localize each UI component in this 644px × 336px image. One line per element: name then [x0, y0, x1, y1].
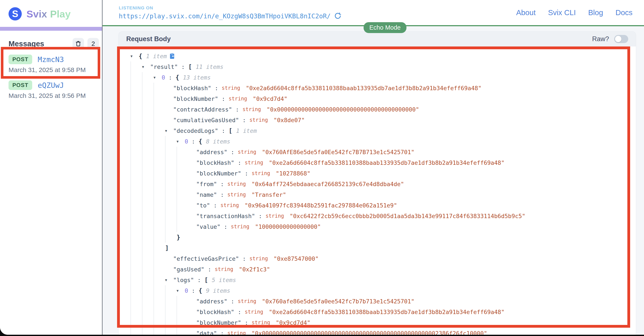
json-line: ▾"result" : [ 11 items: [122, 62, 636, 72]
json-item-count: 1 item: [146, 53, 167, 60]
collapse-arrow-icon[interactable]: ▾: [165, 278, 173, 282]
indent-guide: [154, 157, 165, 168]
indent-guide: [154, 83, 165, 94]
json-string-value: "0x96a41097fc839448b2591fac297884e062a15…: [244, 202, 397, 209]
json-key: "address": [196, 149, 227, 156]
indent-guide: [142, 285, 154, 296]
message-id: eQZUwJ: [38, 81, 64, 90]
json-key: "blockNumber": [196, 319, 241, 326]
purple-divider-bar: [0, 27, 102, 31]
json-open-bracket: {: [198, 138, 206, 145]
json-colon: :: [218, 128, 228, 134]
indent-guide: [154, 264, 165, 274]
indent-guide: [154, 147, 165, 157]
indent-guide: [142, 242, 154, 253]
webhook-url[interactable]: https://play.svix.com/in/e_KOzgW8sQ3BmTH…: [119, 12, 330, 20]
json-colon: :: [239, 256, 250, 262]
indent-guide: [154, 200, 165, 211]
json-colon: :: [234, 160, 245, 166]
trash-icon: [75, 40, 82, 47]
json-line: "blockHash" : string "0xe2a6d6604c8ffa5b…: [122, 157, 636, 168]
json-key: "blockNumber": [196, 170, 241, 177]
json-colon: :: [239, 117, 250, 124]
collapse-arrow-icon[interactable]: ▾: [130, 54, 138, 59]
json-colon: :: [220, 224, 231, 230]
json-line: "address" : string "0x760afe86e5de5fa0ee…: [122, 296, 636, 306]
json-open-bracket: [: [188, 63, 196, 70]
method-badge: POST: [8, 54, 32, 64]
refresh-url-button[interactable]: [334, 12, 342, 20]
message-list-item-MzmcN3[interactable]: POSTMzmcN3March 31, 2025 at 9:58 PM: [0, 52, 102, 78]
indent-guide: [142, 200, 154, 211]
json-item-count: 9 items: [206, 288, 230, 294]
collapse-arrow-icon[interactable]: ▾: [176, 139, 185, 144]
collapse-arrow-icon[interactable]: ▾: [165, 128, 173, 133]
json-colon: :: [178, 64, 188, 70]
indent-guide: [142, 179, 154, 189]
indent-guide: [130, 211, 142, 221]
json-item-count: 8 items: [206, 138, 230, 145]
json-key: "blockHash": [173, 85, 211, 92]
indent-guide: [176, 168, 188, 179]
indent-guide: [130, 274, 142, 285]
json-key: "result": [150, 64, 178, 70]
json-key: "blockHash": [196, 160, 234, 166]
main-area: LISTENING ON https://play.svix.com/in/e_…: [102, 0, 644, 335]
indent-guide: [165, 189, 176, 200]
logo[interactable]: S Svix Play: [0, 0, 102, 20]
json-string-value: "Transfer": [252, 192, 286, 198]
json-type-label: string: [238, 149, 259, 155]
json-line: ]: [122, 242, 636, 253]
json-key: "transactionHash": [196, 213, 255, 220]
indent-guide: [176, 189, 188, 200]
indent-guide: [142, 264, 154, 274]
nav-link-docs[interactable]: Docs: [616, 8, 632, 17]
json-colon: :: [227, 149, 238, 156]
collapse-arrow-icon[interactable]: ▾: [142, 64, 150, 69]
json-line: }: [122, 232, 636, 242]
indent-guide: [165, 221, 176, 232]
message-count-badge: 2: [88, 38, 99, 50]
json-type-label: string: [245, 160, 266, 166]
indent-guide: [154, 125, 165, 136]
nav-link-about[interactable]: About: [516, 8, 536, 17]
logo-text: Svix Play: [26, 8, 70, 20]
collapse-arrow-icon[interactable]: ▾: [176, 288, 185, 293]
indent-guide: [130, 147, 142, 157]
json-colon: :: [217, 330, 228, 335]
clear-messages-button[interactable]: [72, 38, 84, 50]
json-colon: :: [241, 170, 252, 177]
json-line: "blockNumber" : string "10278868": [122, 168, 636, 179]
nav-link-svix-cli[interactable]: Svix CLI: [548, 8, 576, 17]
indent-guide: [154, 232, 165, 242]
indent-guide: [176, 157, 188, 168]
json-line: "blockHash" : string "0xe2a6d6604c8ffa5b…: [122, 306, 636, 317]
copy-json-button[interactable]: [169, 53, 175, 60]
indent-guide: [154, 136, 165, 147]
json-string-value: "0x760afe86e5de5fa0ee542fc7b7b713e1c5425…: [262, 298, 414, 305]
logo-word-svix: Svix: [26, 8, 47, 20]
indent-guide: [154, 242, 165, 253]
json-index: 0: [162, 74, 165, 81]
json-type-label: string: [266, 213, 287, 219]
raw-toggle-label: Raw?: [592, 35, 609, 43]
json-type-label: string: [220, 202, 242, 208]
indent-guide: [142, 232, 154, 242]
json-type-label: string: [227, 330, 249, 335]
indent-guide: [165, 168, 176, 179]
nav-link-blog[interactable]: Blog: [588, 8, 603, 17]
raw-toggle[interactable]: [614, 35, 628, 43]
json-key: "effectiveGasPrice": [173, 256, 239, 262]
logo-word-play: Play: [50, 8, 71, 20]
app-window: S Svix Play Messages 2 POSTMzmcN3March: [0, 0, 644, 335]
json-string-value: "0x760AfE86e5de5fa0Ee542fc7B7B713e1c5425…: [262, 149, 414, 156]
json-string-value: "0x0000000000000000000000000000000000000…: [252, 330, 487, 335]
indent-guide: [154, 253, 165, 264]
indent-guide: [176, 221, 188, 232]
message-list-item-eQZUwJ[interactable]: POSTeQZUwJMarch 31, 2025 at 9:56 PM: [0, 78, 102, 103]
json-line: ▾0 : { 13 items: [122, 72, 636, 83]
json-key: "gasUsed": [173, 266, 204, 273]
json-tree-viewer: ▾{ 1 item▾"result" : [ 11 items▾0 : { 13…: [118, 46, 636, 335]
collapse-arrow-icon[interactable]: ▾: [154, 75, 162, 80]
json-open-bracket: [: [204, 276, 212, 284]
